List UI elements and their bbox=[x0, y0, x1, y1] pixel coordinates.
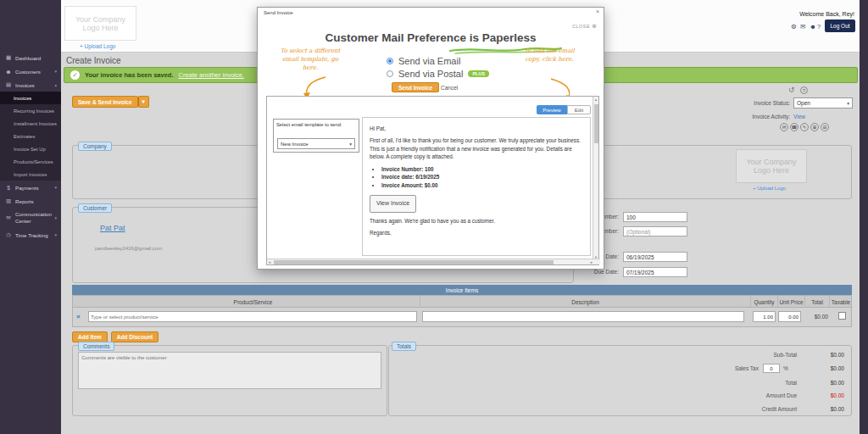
upload-logo-link[interactable]: + Upload Logo bbox=[80, 43, 115, 49]
annotation-left: To select a different email template, go… bbox=[275, 47, 346, 72]
preview-button[interactable]: Preview bbox=[537, 105, 567, 114]
welcome-text: Welcome Back, Rey! bbox=[754, 11, 854, 17]
sidebar-subitem-recurring-invoices[interactable]: Recurring Invoices bbox=[0, 104, 61, 117]
chevron-down-icon: ▾ bbox=[54, 215, 57, 221]
close-icon[interactable]: × bbox=[596, 8, 599, 14]
add-discount-button[interactable]: Add Discount bbox=[111, 331, 159, 342]
sidebar-subitem-invoice-setup[interactable]: Invoice Set Up bbox=[0, 142, 61, 155]
company-logo-placeholder-2[interactable]: Your Company Logo Here bbox=[736, 149, 807, 183]
email-bullet-list: Invoice Number: 100 Invoice date: 6/19/2… bbox=[381, 165, 583, 189]
sidebar-subitem-invoices[interactable]: Invoices bbox=[0, 92, 61, 104]
sidebar-item-customers[interactable]: ☻ Customers ▾ bbox=[0, 64, 61, 78]
sidebar-item-label: Dashboard bbox=[15, 55, 41, 61]
upload-logo-link-2[interactable]: + Upload Logo bbox=[753, 186, 786, 191]
history-icon[interactable]: ↺ bbox=[788, 86, 795, 94]
help-circle-icon[interactable]: ? bbox=[800, 86, 808, 94]
time-tracking-icon: ◷ bbox=[4, 231, 13, 238]
reports-icon: ▥ bbox=[4, 198, 13, 204]
save-send-invoice-button[interactable]: Save & Send Invoice bbox=[72, 96, 138, 108]
sidebar: ▦ Dashboard ☻ Customers ▾ ▤ Invoices ▴ I… bbox=[0, 0, 61, 434]
save-send-dropdown-caret[interactable]: ▾ bbox=[138, 96, 149, 108]
sales-tax-rate-input[interactable] bbox=[763, 364, 780, 373]
mail-icon[interactable]: ✉ bbox=[800, 23, 805, 31]
copy-circle-icon[interactable]: ⊟ bbox=[821, 123, 829, 131]
scroll-right-icon[interactable]: ► bbox=[590, 260, 593, 264]
user-icon[interactable]: ☻ bbox=[810, 23, 816, 31]
chevron-down-icon: ▾ bbox=[847, 101, 849, 106]
create-another-invoice-link[interactable]: Create another invoice. bbox=[178, 71, 244, 79]
horizontal-scrollbar[interactable]: ◄ ► bbox=[267, 259, 600, 264]
taxable-checkbox[interactable] bbox=[838, 312, 846, 320]
company-logo-placeholder[interactable]: Your Company Logo Here bbox=[64, 6, 136, 41]
close-button[interactable]: CLOSE ⊗ bbox=[572, 23, 597, 30]
sidebar-subitem-estimates[interactable]: Estimates bbox=[0, 130, 61, 142]
totals-section-label: Totals bbox=[392, 342, 416, 351]
sidebar-item-payments[interactable]: $ Payments ▾ bbox=[0, 181, 61, 194]
sidebar-item-label: Customers bbox=[15, 69, 41, 75]
sidebar-subitem-installment-invoices[interactable]: Installment Invoices bbox=[0, 117, 61, 130]
template-select-label: Select email template to send: bbox=[276, 122, 358, 127]
comments-textarea[interactable] bbox=[78, 352, 381, 389]
percent-sign: % bbox=[783, 365, 788, 371]
edit-circle-icon[interactable]: ✎ bbox=[800, 123, 809, 131]
scroll-left-icon[interactable]: ◄ bbox=[268, 260, 271, 264]
vertical-scroll-thumb[interactable] bbox=[594, 104, 598, 143]
send-via-email-label: Send via Email bbox=[398, 56, 460, 66]
description-input[interactable] bbox=[422, 311, 744, 322]
sidebar-item-reports[interactable]: ▥ Reports bbox=[0, 194, 61, 208]
template-select[interactable]: New Invoice ▾ bbox=[277, 138, 355, 149]
send-via-email-option[interactable]: Send via Email bbox=[387, 55, 460, 66]
email-greeting: Hi Pat, bbox=[370, 125, 583, 132]
cancel-link[interactable]: Cancel bbox=[441, 85, 458, 91]
sidebar-item-dashboard[interactable]: ▦ Dashboard bbox=[0, 51, 61, 64]
check-icon: ✓ bbox=[70, 70, 80, 80]
gear-icon[interactable]: ⚙ bbox=[791, 23, 797, 31]
scroll-up-icon[interactable]: ▲ bbox=[594, 97, 598, 102]
grid-circle-icon[interactable]: ⊞ bbox=[810, 123, 819, 131]
customer-email: pambeesley2416@gmail.com bbox=[95, 246, 162, 251]
remove-row-icon[interactable]: × bbox=[76, 313, 81, 320]
product-service-input[interactable] bbox=[88, 311, 417, 322]
amount-due-label: Amount Due bbox=[697, 392, 797, 398]
sidebar-item-communication-center[interactable]: ✉ Communication Center ▾ bbox=[0, 208, 61, 228]
phone-circle-icon[interactable]: ☎ bbox=[790, 123, 798, 131]
chevron-down-icon: ▾ bbox=[349, 142, 352, 147]
chevron-down-icon: ▾ bbox=[54, 185, 57, 190]
invoices-icon: ▤ bbox=[4, 81, 13, 88]
credit-amount-value: $0.00 bbox=[804, 406, 844, 412]
help-icon[interactable]: ? bbox=[817, 23, 821, 31]
credit-amount-label: Credit Amount bbox=[697, 406, 797, 412]
invoice-activity-view-link[interactable]: View bbox=[793, 114, 805, 120]
vertical-scrollbar[interactable]: ▲ ▼ bbox=[593, 97, 598, 260]
email-circle-icon[interactable]: ✉ bbox=[780, 123, 788, 131]
logout-button[interactable]: Log Out bbox=[825, 19, 855, 32]
modal-send-invoice-button[interactable]: Send Invoice bbox=[392, 82, 439, 92]
sidebar-subitem-import-invoices[interactable]: Import Invoices bbox=[0, 168, 61, 181]
send-via-postal-option[interactable]: Send via Postal PLUS bbox=[387, 68, 489, 79]
sales-tax-value: $0.00 bbox=[804, 365, 844, 371]
annotation-right: To edit the email copy, click here. bbox=[517, 47, 581, 64]
items-table-header: Product/Service Description Quantity Uni… bbox=[72, 295, 852, 308]
customer-name-link[interactable]: Pat Pat bbox=[100, 224, 125, 232]
invoice-status-select[interactable]: Open ▾ bbox=[793, 97, 853, 108]
invoice-status-label: Invoice Status: bbox=[726, 100, 790, 106]
horizontal-scroll-thumb[interactable] bbox=[274, 260, 554, 264]
email-bullet-invoice-number: Invoice Number: 100 bbox=[381, 165, 583, 173]
invoice-date-field[interactable]: 06/19/2025 bbox=[623, 252, 687, 262]
payments-icon: $ bbox=[4, 185, 13, 191]
sidebar-item-time-tracking[interactable]: ◷ Time Tracking ▾ bbox=[0, 228, 61, 242]
invoice-number-field[interactable]: 100 bbox=[623, 212, 687, 222]
due-date-field[interactable]: 07/19/2025 bbox=[623, 267, 687, 277]
sidebar-subitem-products-services[interactable]: Products/Services bbox=[0, 155, 61, 168]
send-invoice-modal: Send Invoice × CLOSE ⊗ Customer Mail Pre… bbox=[257, 7, 604, 270]
po-number-field[interactable]: (Optional) bbox=[623, 226, 687, 236]
edit-button[interactable]: Edit bbox=[567, 105, 591, 114]
sidebar-item-invoices[interactable]: ▤ Invoices ▴ bbox=[0, 78, 61, 92]
unit-price-input[interactable] bbox=[778, 311, 801, 322]
quantity-input[interactable] bbox=[753, 311, 776, 322]
dashboard-icon: ▦ bbox=[4, 54, 13, 61]
invoice-status-value: Open bbox=[797, 100, 810, 106]
email-preview-content: Hi Pat, First of all, I'd like to thank … bbox=[362, 117, 591, 256]
email-regards: Regards, bbox=[370, 229, 583, 236]
view-invoice-button[interactable]: View Invoice bbox=[370, 195, 416, 213]
